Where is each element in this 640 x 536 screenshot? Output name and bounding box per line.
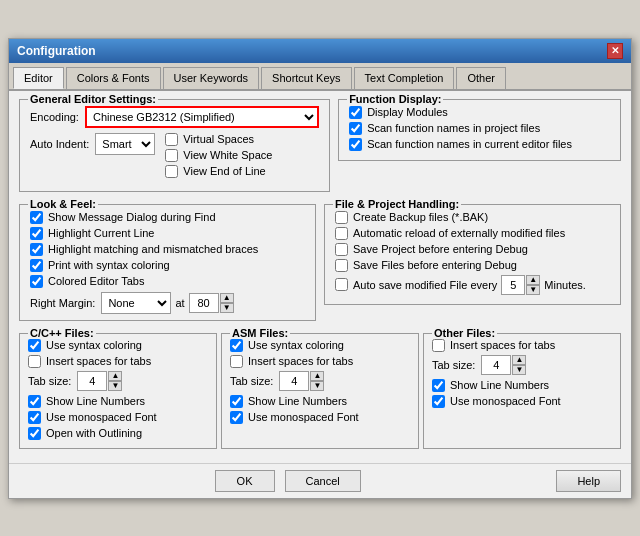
at-value-spinner: ▲ ▼ xyxy=(189,293,234,313)
other-tab-down[interactable]: ▼ xyxy=(512,365,526,375)
view-end-of-line-checkbox[interactable] xyxy=(165,165,178,178)
cpp-tab-down[interactable]: ▼ xyxy=(108,381,122,391)
titlebar: Configuration ✕ xyxy=(9,39,631,63)
other-tab-up[interactable]: ▲ xyxy=(512,355,526,365)
scan-project-checkbox[interactable] xyxy=(349,122,362,135)
asm-monospaced-checkbox[interactable] xyxy=(230,411,243,424)
view-end-of-line-label: View End of Line xyxy=(183,165,265,177)
other-tab-size-spinner: ▲ ▼ xyxy=(481,355,526,375)
general-editor-section: General Editor Settings: Encoding: Chine… xyxy=(19,99,330,192)
right-margin-select[interactable]: None xyxy=(101,292,171,314)
other-monospaced-checkbox[interactable] xyxy=(432,395,445,408)
cpp-insert-spaces-checkbox[interactable] xyxy=(28,355,41,368)
auto-indent-label: Auto Indent: xyxy=(30,138,89,150)
cpp-files-label: C/C++ Files: xyxy=(28,327,96,339)
other-show-line-numbers-checkbox[interactable] xyxy=(432,379,445,392)
display-modules-checkbox[interactable] xyxy=(349,106,362,119)
auto-save-input[interactable] xyxy=(501,275,525,295)
highlight-current-line-checkbox[interactable] xyxy=(30,227,43,240)
print-syntax-coloring-checkbox[interactable] xyxy=(30,259,43,272)
cpp-tab-up[interactable]: ▲ xyxy=(108,371,122,381)
look-feel-label: Look & Feel: xyxy=(28,198,98,210)
auto-indent-select[interactable]: Smart xyxy=(95,133,155,155)
help-button[interactable]: Help xyxy=(556,470,621,492)
tab-user-keywords[interactable]: User Keywords xyxy=(163,67,260,89)
other-files-section: Other Files: Insert spaces for tabs Tab … xyxy=(423,333,621,449)
auto-reload-checkbox[interactable] xyxy=(335,227,348,240)
cpp-open-outlining-label: Open with Outlining xyxy=(46,427,142,439)
asm-use-syntax-checkbox[interactable] xyxy=(230,339,243,352)
auto-save-label: Auto save modified File every xyxy=(353,279,497,291)
asm-monospaced-label: Use monospaced Font xyxy=(248,411,359,423)
asm-show-line-numbers-checkbox[interactable] xyxy=(230,395,243,408)
right-margin-label: Right Margin: xyxy=(30,297,95,309)
asm-use-syntax-label: Use syntax coloring xyxy=(248,339,344,351)
other-tab-size-label: Tab size: xyxy=(432,359,475,371)
highlight-current-line-label: Highlight Current Line xyxy=(48,227,154,239)
cpp-tab-size-input[interactable] xyxy=(77,371,107,391)
asm-tab-size-label: Tab size: xyxy=(230,375,273,387)
encoding-label: Encoding: xyxy=(30,111,79,123)
auto-save-down[interactable]: ▼ xyxy=(526,285,540,295)
cpp-show-line-numbers-label: Show Line Numbers xyxy=(46,395,145,407)
save-files-debug-checkbox[interactable] xyxy=(335,259,348,272)
cpp-open-outlining-checkbox[interactable] xyxy=(28,427,41,440)
cpp-files-section: C/C++ Files: Use syntax coloring Insert … xyxy=(19,333,217,449)
create-backup-checkbox[interactable] xyxy=(335,211,348,224)
asm-tab-up[interactable]: ▲ xyxy=(310,371,324,381)
encoding-select[interactable]: Chinese GB2312 (Simplified) xyxy=(85,106,319,128)
tab-editor[interactable]: Editor xyxy=(13,67,64,89)
asm-tab-spin-buttons: ▲ ▼ xyxy=(310,371,324,391)
function-display-label: Function Display: xyxy=(347,93,443,105)
file-project-section: File & Project Handling: Create Backup f… xyxy=(324,204,621,305)
tab-other[interactable]: Other xyxy=(456,67,506,89)
highlight-braces-checkbox[interactable] xyxy=(30,243,43,256)
asm-files-section: ASM Files: Use syntax coloring Insert sp… xyxy=(221,333,419,449)
at-value-input[interactable] xyxy=(189,293,219,313)
tab-shortcut-keys[interactable]: Shortcut Keys xyxy=(261,67,351,89)
cancel-button[interactable]: Cancel xyxy=(285,470,361,492)
highlight-braces-label: Highlight matching and mismatched braces xyxy=(48,243,258,255)
ok-button[interactable]: OK xyxy=(215,470,275,492)
scan-project-label: Scan function names in project files xyxy=(367,122,540,134)
other-tab-size-input[interactable] xyxy=(481,355,511,375)
at-value-down[interactable]: ▼ xyxy=(220,303,234,313)
scan-editor-label: Scan function names in current editor fi… xyxy=(367,138,572,150)
tab-colors-fonts[interactable]: Colors & Fonts xyxy=(66,67,161,89)
scan-editor-checkbox[interactable] xyxy=(349,138,362,151)
window-title: Configuration xyxy=(17,44,96,58)
auto-save-checkbox[interactable] xyxy=(335,278,348,291)
auto-save-up[interactable]: ▲ xyxy=(526,275,540,285)
virtual-spaces-label: Virtual Spaces xyxy=(183,133,254,145)
cpp-tab-size-spinner: ▲ ▼ xyxy=(77,371,122,391)
at-value-up[interactable]: ▲ xyxy=(220,293,234,303)
close-button[interactable]: ✕ xyxy=(607,43,623,59)
asm-insert-spaces-checkbox[interactable] xyxy=(230,355,243,368)
show-message-dialog-checkbox[interactable] xyxy=(30,211,43,224)
files-sections: C/C++ Files: Use syntax coloring Insert … xyxy=(19,333,621,449)
cpp-show-line-numbers-checkbox[interactable] xyxy=(28,395,41,408)
other-insert-spaces-checkbox[interactable] xyxy=(432,339,445,352)
bottom-buttons-area: OK Cancel Help xyxy=(9,463,631,498)
save-project-debug-label: Save Project before entering Debug xyxy=(353,243,528,255)
save-project-debug-checkbox[interactable] xyxy=(335,243,348,256)
tab-text-completion[interactable]: Text Completion xyxy=(354,67,455,89)
at-label: at xyxy=(175,297,184,309)
colored-editor-tabs-checkbox[interactable] xyxy=(30,275,43,288)
view-white-space-checkbox[interactable] xyxy=(165,149,178,162)
virtual-spaces-checkbox[interactable] xyxy=(165,133,178,146)
file-project-label: File & Project Handling: xyxy=(333,198,461,210)
print-syntax-coloring-label: Print with syntax coloring xyxy=(48,259,170,271)
create-backup-label: Create Backup files (*.BAK) xyxy=(353,211,488,223)
cpp-monospaced-label: Use monospaced Font xyxy=(46,411,157,423)
other-files-label: Other Files: xyxy=(432,327,497,339)
asm-tab-size-input[interactable] xyxy=(279,371,309,391)
colored-editor-tabs-label: Colored Editor Tabs xyxy=(48,275,144,287)
asm-files-label: ASM Files: xyxy=(230,327,290,339)
display-modules-label: Display Modules xyxy=(367,106,448,118)
cpp-monospaced-checkbox[interactable] xyxy=(28,411,41,424)
cpp-use-syntax-checkbox[interactable] xyxy=(28,339,41,352)
asm-tab-down[interactable]: ▼ xyxy=(310,381,324,391)
auto-save-spinner: ▲ ▼ xyxy=(501,275,540,295)
minutes-label: Minutes. xyxy=(544,279,586,291)
